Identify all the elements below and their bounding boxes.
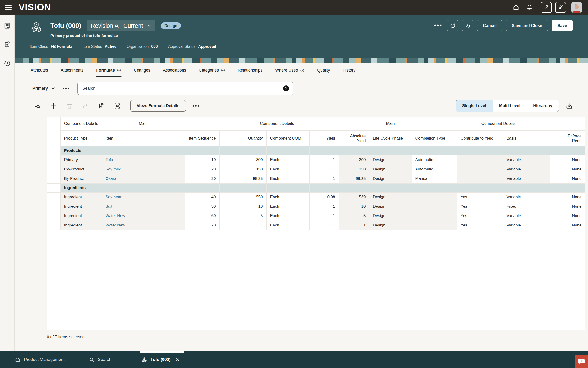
cell-absolute-yield: 1 [339,221,369,230]
formula-overflow-menu[interactable] [62,87,69,90]
refresh-button[interactable] [447,20,458,31]
column-header-yield[interactable]: Yield [309,130,339,146]
column-header-item-sequence[interactable]: Item Sequence [185,130,219,146]
history-icon[interactable] [3,59,11,67]
table-row[interactable]: Co-ProductSoy milk20150Each1150DesignAut… [47,165,585,174]
item-link[interactable]: Soy milk [105,167,121,171]
item-search-icon[interactable] [3,22,11,30]
column-header-quantity[interactable]: Quantity [219,130,266,146]
tab-where-used[interactable]: Where Used [275,65,305,77]
item-link[interactable]: Tofu [105,157,113,162]
column-group-label: Main [139,121,148,126]
table-row[interactable]: By-ProductOkara3098.25Each198.25DesignMa… [47,174,585,184]
tab-quality[interactable]: Quality [316,65,330,77]
search-input[interactable] [82,86,283,91]
item-link[interactable]: Water New [105,213,125,218]
tab-categories[interactable]: Categories [198,65,226,77]
tab-attachments[interactable]: Attachments [60,65,84,77]
cell-quantity: 550 [219,192,266,202]
column-header-enforce-requ[interactable]: Enforce Requ [550,130,585,146]
table-row[interactable]: IngredientWater New605Each15DesignYesVar… [47,211,585,221]
tab-relationships[interactable]: Relationships [237,65,263,77]
row-select-cell[interactable] [47,174,61,184]
column-header-completion-type[interactable]: Completion Type [412,130,457,146]
cell-completion-type [412,202,457,211]
level-toggle-hierarchy[interactable]: Hierarchy [527,100,559,112]
row-select-cell[interactable] [47,146,61,155]
home-icon[interactable] [512,4,519,11]
column-header-item[interactable]: Item [102,130,185,146]
item-link[interactable]: Soy bean [105,195,123,199]
feedback-chat-button[interactable] [575,355,588,368]
tab-changes[interactable]: Changes [133,65,151,77]
taskbar-home-button[interactable]: Product Management [15,357,64,363]
cell-item: Water New [102,221,185,230]
row-select-cell[interactable] [47,165,61,174]
product-cubes-icon [30,21,43,34]
tab-attributes[interactable]: Attributes [30,65,48,77]
view-formula-details-button[interactable]: View: Formula Details [130,100,186,112]
column-header-product-type[interactable]: Product Type [61,130,102,146]
taskbar-open-tab[interactable]: Tofu (000) [141,351,180,368]
group-cell [185,146,219,155]
tab-formulas[interactable]: Formulas [96,65,122,77]
table-row[interactable]: IngredientWater New701Each11DesignYesVar… [47,221,585,230]
cancel-button[interactable]: Cancel [477,20,502,31]
meta-label: Item Status [83,44,102,49]
user-avatar[interactable] [571,2,582,13]
item-link[interactable]: Salt [105,204,113,209]
column-header-absolute-yield[interactable]: Absolute Yield [339,130,369,146]
group-cell [339,184,369,192]
formula-scope-label: Primary [33,86,48,91]
row-select-cell[interactable] [47,202,61,211]
taskbar-search-button[interactable]: Search [89,357,111,363]
cell-contribute-to-yield [457,174,503,184]
row-select-cell[interactable] [47,192,61,202]
column-header-component-uom[interactable]: Component UOM [266,130,309,146]
table-row[interactable]: IngredientSoy bean40550Each0.98539Design… [47,192,585,202]
save-and-close-button[interactable]: Save and Close [506,20,548,31]
tab-history[interactable]: History [342,65,356,77]
item-link[interactable]: Okara [105,176,116,181]
column-header-label: Item [105,136,113,141]
paste-from-clipboard-button[interactable] [97,101,106,111]
tab-close-icon[interactable] [175,357,180,362]
level-toggle-single-level[interactable]: Single Level [456,100,492,112]
selection-summary: 0 of 7 items selected [47,335,588,340]
row-select-cell[interactable] [47,211,61,221]
column-header-life-cycle-phase[interactable]: Life Cycle Phase [369,130,412,146]
row-select-cell[interactable] [47,221,61,230]
row-select-cell[interactable] [47,184,61,192]
flashlight-button[interactable] [462,20,474,31]
cell-basis: Variable [503,165,550,174]
formula-scope-dropdown[interactable]: Primary [33,86,55,91]
table-row[interactable]: PrimaryTofu10300Each1300DesignAutomaticV… [47,155,585,165]
level-toggle-multi-level[interactable]: Multi Level [492,100,527,112]
clipboard-upload-icon[interactable] [3,40,11,48]
group-row-products: Products [47,146,585,155]
expand-view-button[interactable] [113,101,122,111]
table-row[interactable]: IngredientSalt5010Each110DesignYesFixedN… [47,202,585,211]
home-icon [15,357,21,363]
grid-overflow-menu[interactable] [191,101,201,111]
header-overflow-menu[interactable] [434,24,442,28]
mic-slash-icon-button[interactable] [555,2,566,13]
user-slash-icon-button[interactable] [541,2,552,13]
column-header-basis[interactable]: Basis [503,130,550,146]
add-row-button[interactable] [48,101,58,111]
hamburger-menu-icon[interactable] [5,5,11,10]
notifications-bell-icon[interactable] [526,4,533,11]
chevron-down-icon [51,86,55,91]
row-select-cell[interactable] [47,155,61,165]
save-button[interactable]: Save [552,20,573,31]
download-button[interactable] [565,102,573,110]
column-header-contribute-to-yield[interactable]: Contribute to Yield [457,130,503,146]
revision-selector[interactable]: Revision A - Current [87,20,155,31]
tab-associations[interactable]: Associations [163,65,186,77]
item-link[interactable]: Water New [105,223,125,227]
search-clear-button[interactable] [283,85,289,92]
replace-item-button[interactable] [80,101,90,111]
query-by-example-button[interactable] [33,101,42,111]
delete-row-button[interactable] [64,101,74,111]
cell-absolute-yield: 539 [339,192,369,202]
